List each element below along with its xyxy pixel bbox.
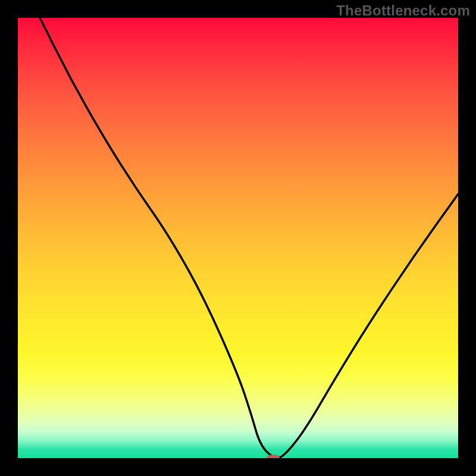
bottleneck-curve — [18, 18, 458, 458]
minimum-marker — [267, 455, 280, 459]
curve-path — [40, 18, 458, 458]
chart-frame: TheBottleneck.com — [0, 0, 476, 476]
plot-area — [18, 18, 458, 458]
watermark-text: TheBottleneck.com — [336, 2, 470, 19]
